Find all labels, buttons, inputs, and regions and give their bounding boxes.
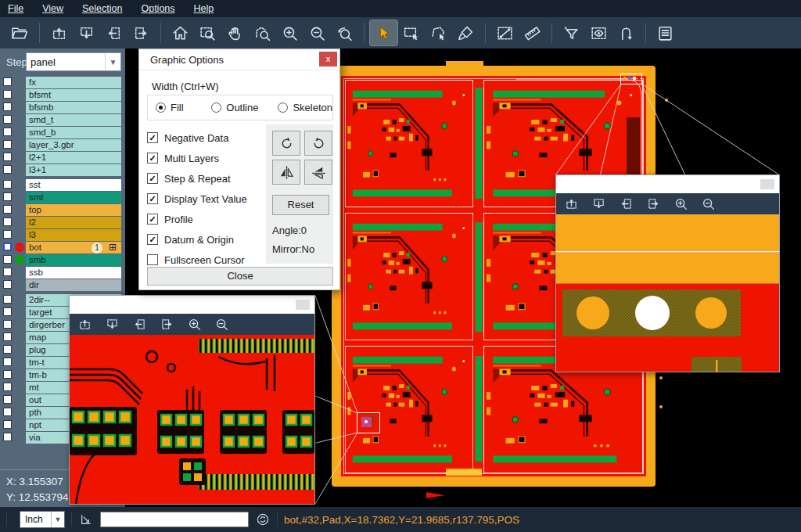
layer-checkbox[interactable]: [3, 165, 12, 174]
corner-snap-icon[interactable]: [78, 512, 94, 527]
layer-label[interactable]: fx: [26, 77, 121, 88]
layer-checkbox[interactable]: [3, 295, 12, 304]
radio-skeleton[interactable]: Skeleton: [278, 102, 332, 113]
checkbox-box[interactable]: ✓: [147, 173, 158, 184]
radio-fill[interactable]: Fill: [156, 102, 211, 113]
layer-checkbox[interactable]: [3, 90, 12, 99]
zoom-out-icon[interactable]: [304, 20, 331, 45]
layer-row-l2+1[interactable]: l2+1: [0, 152, 125, 164]
refresh-icon[interactable]: [255, 512, 271, 527]
rotate-ccw-icon[interactable]: [304, 131, 332, 156]
layer-checkbox[interactable]: [3, 77, 12, 86]
radio-circle[interactable]: [211, 102, 221, 113]
layer-checkbox[interactable]: [3, 320, 12, 329]
checkbox-datum-origin[interactable]: ✓Datum & Origin: [147, 229, 264, 250]
close-button[interactable]: Close: [147, 267, 333, 286]
layer-label[interactable]: l2: [26, 217, 121, 228]
checkbox-step-repeat[interactable]: ✓Step & Repeat: [147, 168, 264, 189]
layer-label[interactable]: bfsmb: [26, 102, 121, 113]
layer-row-smb[interactable]: smb: [0, 254, 125, 266]
pan-right-icon[interactable]: [128, 20, 155, 45]
layer-checkbox[interactable]: [3, 192, 12, 201]
zoom-in-icon[interactable]: [276, 20, 304, 45]
checkbox-box[interactable]: ✓: [147, 153, 158, 164]
filter-icon[interactable]: [558, 20, 585, 45]
checkbox-negative-data[interactable]: ✓Negative Data: [147, 128, 264, 148]
ruler-icon[interactable]: [519, 20, 546, 45]
zoom-in-icon[interactable]: [185, 316, 203, 333]
menu-item-options[interactable]: Options: [141, 3, 174, 14]
checkbox-box[interactable]: ✓: [147, 132, 158, 143]
zoom-out-icon[interactable]: [699, 196, 717, 213]
eye-region-icon[interactable]: [585, 20, 612, 45]
layer-checkbox[interactable]: [3, 332, 12, 341]
layer-row-dir[interactable]: dir: [0, 279, 125, 291]
zoom-window-icon[interactable]: [194, 20, 221, 45]
checkbox-box[interactable]: ✓: [147, 234, 158, 245]
layer-checkbox[interactable]: [3, 280, 12, 289]
radio-circle[interactable]: [278, 102, 288, 113]
layer-checkbox[interactable]: [3, 230, 12, 239]
poly-select-icon[interactable]: [425, 20, 452, 45]
layer-row-smd_b[interactable]: smd_b: [0, 127, 125, 138]
checkbox-box[interactable]: [147, 254, 158, 265]
grid-icon[interactable]: ⊞: [109, 242, 117, 253]
checkbox-profile[interactable]: ✓Profile: [147, 209, 264, 229]
layer-row-bfsmb[interactable]: bfsmb: [0, 102, 125, 113]
layer-label[interactable]: bot1⊞: [26, 242, 121, 253]
radio-circle[interactable]: [156, 102, 166, 113]
layer-checkbox[interactable]: [3, 180, 12, 189]
brush-icon[interactable]: [452, 20, 480, 45]
layer-label[interactable]: dir: [26, 279, 121, 291]
layer-row-smd_t[interactable]: smd_t: [0, 114, 125, 126]
layer-row-l2[interactable]: l2: [0, 217, 125, 228]
folder-open-icon[interactable]: [6, 20, 34, 45]
zoom-poly-icon[interactable]: [249, 20, 276, 45]
home-icon[interactable]: [167, 20, 194, 45]
layer-checkbox[interactable]: [3, 408, 12, 416]
flip-v-icon[interactable]: [304, 160, 332, 185]
unit-select[interactable]: Inch ▼: [20, 511, 65, 528]
layer-checkbox[interactable]: [3, 243, 12, 251]
layer-row-smt[interactable]: smt: [0, 192, 125, 203]
layer-checkbox[interactable]: [3, 268, 12, 276]
magnifier-view-pcb-detail[interactable]: [70, 335, 314, 504]
layer-label[interactable]: sst: [26, 179, 121, 191]
layer-row-bfsmt[interactable]: bfsmt: [0, 89, 125, 101]
layer-checkbox[interactable]: [3, 307, 12, 316]
layer-label[interactable]: top: [26, 204, 121, 216]
layer-checkbox[interactable]: [3, 128, 12, 136]
layer-checkbox[interactable]: [3, 102, 12, 111]
menu-item-help[interactable]: Help: [194, 3, 214, 14]
layer-label[interactable]: l3+1: [26, 164, 121, 176]
magnifier-window-button[interactable]: [296, 300, 310, 310]
layer-row-top[interactable]: top: [0, 204, 125, 216]
layer-checkbox[interactable]: [3, 358, 12, 366]
pan-up-icon[interactable]: [45, 20, 73, 45]
layer-label[interactable]: smd_b: [26, 127, 121, 138]
layer-checkbox[interactable]: [3, 433, 12, 441]
menu-item-view[interactable]: View: [42, 3, 63, 14]
pan-up-icon[interactable]: [562, 196, 580, 213]
layer-row-layer_3.gbr[interactable]: layer_3.gbr: [0, 139, 125, 151]
report-icon[interactable]: [652, 20, 679, 45]
menu-item-selection[interactable]: Selection: [82, 3, 122, 14]
u-turn-icon[interactable]: [612, 20, 640, 45]
cursor-icon[interactable]: [370, 20, 397, 45]
pan-up-icon[interactable]: [76, 316, 93, 333]
magnifier-window-button[interactable]: [760, 179, 774, 189]
layer-row-l3[interactable]: l3: [0, 229, 125, 241]
checkbox-box[interactable]: ✓: [147, 193, 158, 204]
layer-label[interactable]: smb: [26, 254, 121, 266]
magnifier-window-right[interactable]: [555, 174, 780, 372]
magnifier-view-pad-detail[interactable]: [556, 214, 779, 372]
layer-checkbox[interactable]: [3, 383, 12, 391]
checkbox-display-text-value[interactable]: ✓Display Text Value: [147, 189, 264, 209]
radio-outline[interactable]: Outline: [211, 102, 278, 113]
rotate-cw-icon[interactable]: [272, 131, 300, 156]
pan-down-icon[interactable]: [103, 316, 120, 333]
layer-label[interactable]: bfsmt: [26, 89, 121, 101]
pan-left-icon[interactable]: [100, 20, 128, 45]
layer-row-bot[interactable]: bot1⊞: [0, 242, 125, 253]
pan-right-icon[interactable]: [645, 196, 662, 213]
